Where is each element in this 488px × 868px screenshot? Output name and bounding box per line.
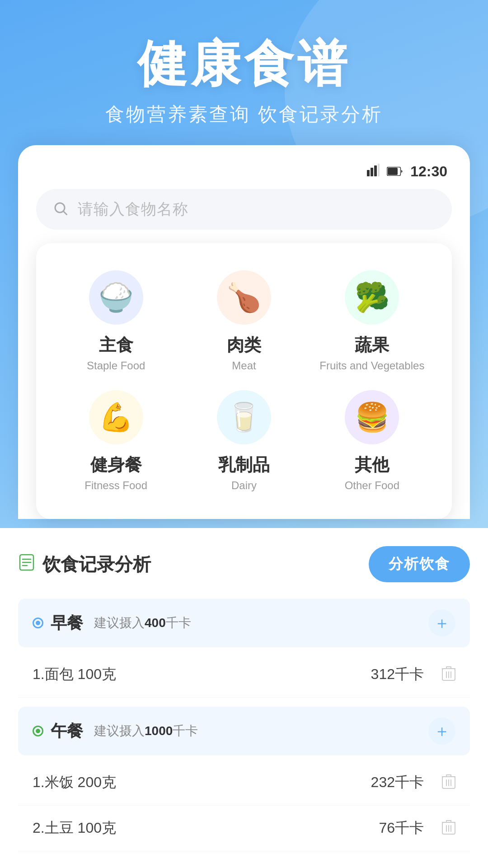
meal-breakfast: 早餐 建议摄入400千卡 ＋ 1.面包 100克 312千卡 <box>18 599 470 698</box>
lunch-header-left: 午餐 建议摄入1000千卡 <box>33 720 198 742</box>
lunch-dot-inner <box>36 729 40 733</box>
vegetables-icon: 🥦 <box>345 270 399 325</box>
lunch-dot <box>33 726 43 736</box>
analyze-button[interactable]: 分析饮食 <box>369 546 470 582</box>
category-dairy[interactable]: 🥛 乳制品 Dairy <box>182 386 305 496</box>
breakfast-header: 早餐 建议摄入400千卡 ＋ <box>18 599 470 647</box>
svg-rect-0 <box>367 170 370 176</box>
plus-icon-lunch: ＋ <box>434 720 450 742</box>
lunch-add-button[interactable]: ＋ <box>428 717 455 745</box>
signal-icon <box>367 164 380 179</box>
search-input-placeholder: 请输入食物名称 <box>78 199 188 220</box>
food-name-potato: 2.土豆 100克 <box>33 818 116 838</box>
food-calories-rice: 232千卡 <box>371 773 424 793</box>
meat-name-cn: 肉类 <box>227 334 261 357</box>
delete-bread-button[interactable] <box>442 666 455 684</box>
lunch-item-1: 1.米饭 200克 232千卡 <box>18 760 470 806</box>
dairy-name-en: Dairy <box>231 479 257 492</box>
category-staple[interactable]: 🍚 主食 Staple Food <box>54 266 178 377</box>
food-item-right-potato: 76千卡 <box>379 818 455 838</box>
battery-icon <box>387 165 403 179</box>
staple-name-en: Staple Food <box>87 359 145 372</box>
diet-record-icon <box>18 554 35 575</box>
fitness-name-en: Fitness Food <box>84 479 147 492</box>
svg-rect-1 <box>371 168 373 176</box>
food-calories-potato: 76千卡 <box>379 818 424 838</box>
lunch-item-2: 2.土豆 100克 76千卡 <box>18 806 470 851</box>
status-time: 12:30 <box>410 163 447 180</box>
search-icon <box>52 200 69 218</box>
fitness-icon: 💪 <box>89 390 143 444</box>
food-calories-bread: 312千卡 <box>371 665 424 684</box>
food-name-rice: 1.米饭 200克 <box>33 773 116 793</box>
diet-header-left: 饮食记录分析 <box>18 552 151 577</box>
dairy-name-cn: 乳制品 <box>218 453 270 476</box>
svg-rect-3 <box>378 164 380 176</box>
other-icon: 🍔 <box>345 390 399 444</box>
other-name-cn: 其他 <box>355 453 389 476</box>
food-item-right: 312千卡 <box>371 665 455 684</box>
category-vegetables[interactable]: 🥦 蔬果 Fruits and Vegetables <box>310 266 434 377</box>
diet-section-title: 饮食记录分析 <box>42 552 151 577</box>
svg-point-6 <box>55 203 65 212</box>
lunch-name: 午餐 <box>51 720 83 742</box>
category-meat[interactable]: 🍗 肉类 Meat <box>182 266 305 377</box>
delete-potato-button[interactable] <box>442 820 455 837</box>
meat-name-en: Meat <box>232 359 256 372</box>
status-bar: 12:30 <box>36 163 452 189</box>
other-name-en: Other Food <box>345 479 399 492</box>
food-item-right-rice: 232千卡 <box>371 773 455 793</box>
svg-rect-2 <box>374 165 377 176</box>
search-bar[interactable]: 请输入食物名称 <box>36 189 452 230</box>
staple-name-cn: 主食 <box>99 334 133 357</box>
breakfast-item-1: 1.面包 100克 312千卡 <box>18 652 470 698</box>
svg-line-7 <box>64 212 67 215</box>
breakfast-dot-inner <box>36 621 40 625</box>
staple-icon: 🍚 <box>89 270 143 325</box>
category-other[interactable]: 🍔 其他 Other Food <box>310 386 434 496</box>
main-card: 12:30 请输入食物名称 🍚 主食 Staple Food 🍗 肉类 Meat <box>18 145 470 519</box>
fitness-name-cn: 健身餐 <box>90 453 142 476</box>
breakfast-header-left: 早餐 建议摄入400千卡 <box>33 612 191 634</box>
meat-icon: 🍗 <box>217 270 271 325</box>
app-subtitle: 食物营养素查询 饮食记录分析 <box>27 102 461 127</box>
lunch-header: 午餐 建议摄入1000千卡 ＋ <box>18 707 470 755</box>
app-header: 健康食谱 食物营养素查询 饮食记录分析 <box>0 0 488 145</box>
category-fitness[interactable]: 💪 健身餐 Fitness Food <box>54 386 178 496</box>
food-name-bread: 1.面包 100克 <box>33 665 116 684</box>
vegetables-name-cn: 蔬果 <box>355 334 389 357</box>
delete-rice-button[interactable] <box>442 774 455 792</box>
diet-header: 饮食记录分析 分析饮食 <box>18 546 470 582</box>
category-grid: 🍚 主食 Staple Food 🍗 肉类 Meat 🥦 蔬果 Fruits a… <box>54 266 434 496</box>
breakfast-name: 早餐 <box>51 612 83 634</box>
meal-lunch: 午餐 建议摄入1000千卡 ＋ 1.米饭 200克 232千卡 <box>18 707 470 851</box>
lunch-suggestion: 建议摄入1000千卡 <box>94 722 198 740</box>
vegetables-name-en: Fruits and Vegetables <box>319 359 424 372</box>
breakfast-add-button[interactable]: ＋ <box>428 609 455 637</box>
dairy-icon: 🥛 <box>217 390 271 444</box>
diet-section: 饮食记录分析 分析饮食 早餐 建议摄入400千卡 ＋ 1.面包 100克 312… <box>0 528 488 868</box>
breakfast-suggestion: 建议摄入400千卡 <box>94 614 191 632</box>
category-card: 🍚 主食 Staple Food 🍗 肉类 Meat 🥦 蔬果 Fruits a… <box>36 243 452 519</box>
plus-icon: ＋ <box>434 612 450 634</box>
app-title: 健康食谱 <box>27 36 461 91</box>
svg-rect-5 <box>388 168 398 175</box>
breakfast-dot <box>33 618 43 628</box>
